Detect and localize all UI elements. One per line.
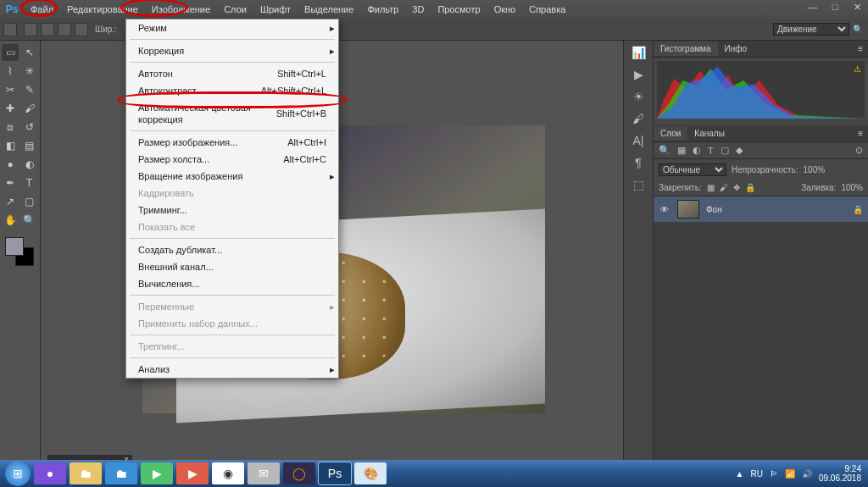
window-minimize-icon[interactable]: — (805, 2, 821, 14)
menu-item-внешний-канал-[interactable]: Внешний канал... (126, 258, 338, 275)
brush-tool[interactable]: 🖌 (21, 100, 38, 117)
opacity-value[interactable]: 100% (804, 165, 826, 174)
pen-tool[interactable]: ✒ (2, 174, 19, 191)
workspace-select[interactable]: Движение (773, 23, 849, 36)
crop-tool[interactable]: ✂ (2, 81, 19, 98)
tab-histogram[interactable]: Гистограмма (654, 42, 718, 56)
hand-tool[interactable]: ✋ (2, 212, 19, 229)
taskbar-app-2[interactable]: 🖿 (70, 462, 102, 484)
lasso-tool[interactable]: ⌇ (2, 63, 19, 80)
taskbar-app-1[interactable]: ● (34, 462, 66, 484)
marquee-add-icon[interactable] (41, 23, 54, 36)
shape-tool[interactable]: ▢ (21, 193, 38, 210)
menu-item-режим[interactable]: Режим▸ (126, 19, 338, 36)
menu-item-коррекция[interactable]: Коррекция▸ (126, 42, 338, 59)
menu-item-автоконтраст[interactable]: АвтоконтрастAlt+Shift+Ctrl+L (126, 82, 338, 99)
play-dock-icon[interactable]: ▶ (634, 68, 643, 81)
histogram-warning-icon[interactable]: ⚠ (854, 64, 861, 74)
window-maximize-icon[interactable]: □ (827, 2, 843, 14)
marquee-rect-icon[interactable] (24, 23, 37, 36)
filter-smart-icon[interactable]: ◆ (736, 145, 743, 156)
menu-view[interactable]: Просмотр (431, 2, 487, 17)
filter-adjust-icon[interactable]: ◐ (693, 145, 701, 156)
menu-item-вращение-изображения[interactable]: Вращение изображения▸ (126, 168, 338, 185)
histogram-dock-icon[interactable]: 📊 (632, 46, 646, 59)
lock-all-icon[interactable]: 🔒 (745, 183, 755, 192)
char-dock-icon[interactable]: A| (633, 134, 644, 147)
quickselect-tool[interactable]: ✳ (21, 63, 38, 80)
blend-mode-select[interactable]: Обычные (659, 163, 726, 176)
menu-3d[interactable]: 3D (405, 2, 431, 17)
healing-tool[interactable]: ✚ (2, 100, 19, 117)
menu-select[interactable]: Выделение (298, 2, 360, 17)
lock-pixels-icon[interactable]: ▦ (707, 183, 715, 192)
menu-filter[interactable]: Фильтр (360, 2, 405, 17)
filter-pixel-icon[interactable]: ▦ (677, 145, 686, 156)
filter-toggle[interactable]: ⊙ (855, 145, 863, 156)
menu-edit[interactable]: Редактирование (60, 2, 145, 17)
tray-expand-icon[interactable]: ▲ (736, 469, 744, 479)
marquee-sub-icon[interactable] (58, 23, 71, 36)
filter-type-icon[interactable]: T (708, 146, 714, 156)
tab-layers[interactable]: Слои (654, 126, 687, 141)
start-button[interactable]: ⊞ (5, 461, 31, 486)
fg-color-swatch[interactable] (5, 237, 24, 256)
marquee-tool[interactable]: ▭ (2, 44, 19, 61)
marquee-int-icon[interactable] (75, 23, 88, 36)
taskbar-firefox[interactable]: ◯ (283, 462, 315, 484)
filter-shape-icon[interactable]: ▢ (721, 145, 729, 156)
tray-volume-icon[interactable]: 🔊 (802, 469, 812, 479)
taskbar-chrome[interactable]: ◉ (212, 462, 244, 484)
layer-name[interactable]: Фон (706, 205, 722, 214)
lock-paint-icon[interactable]: 🖌 (720, 183, 728, 192)
para-dock-icon[interactable]: ¶ (635, 156, 642, 169)
menu-item-размер-изображения-[interactable]: Размер изображения...Alt+Ctrl+I (126, 134, 338, 151)
blur-tool[interactable]: ● (2, 156, 19, 173)
stamp-tool[interactable]: ⧈ (2, 119, 19, 136)
tray-clock[interactable]: 9:24 09.06.2018 (819, 464, 861, 483)
brush-dock-icon[interactable]: 🖌 (632, 112, 644, 125)
adjust-dock-icon[interactable]: ☀ (633, 90, 644, 103)
tool-preset-icon[interactable] (3, 23, 17, 36)
menu-item-тримминг-[interactable]: Тримминг... (126, 202, 338, 219)
lock-pos-icon[interactable]: ✥ (733, 183, 740, 192)
dodge-tool[interactable]: ◐ (21, 156, 38, 173)
menu-item-вычисления-[interactable]: Вычисления... (126, 275, 338, 292)
menu-item-размер-холста-[interactable]: Размер холста...Alt+Ctrl+C (126, 151, 338, 168)
tray-lang[interactable]: RU (750, 469, 762, 479)
tray-flag-icon[interactable]: 🏳 (770, 469, 778, 479)
fill-value[interactable]: 100% (841, 183, 863, 192)
tray-network-icon[interactable]: 📶 (785, 469, 795, 479)
eyedropper-tool[interactable]: ✎ (21, 81, 38, 98)
layer-row[interactable]: 👁 Фон 🔒 (654, 196, 868, 222)
zoom-tool[interactable]: 🔍 (21, 212, 38, 229)
path-tool[interactable]: ↗ (2, 193, 19, 210)
tab-info[interactable]: Инфо (718, 42, 754, 56)
menu-file[interactable]: Файл (24, 2, 60, 17)
menu-item-автотон[interactable]: АвтотонShift+Ctrl+L (126, 65, 338, 82)
tab-channels[interactable]: Каналы (687, 126, 732, 141)
layers-panel-menu-icon[interactable]: ≡ (851, 126, 868, 141)
move-tool[interactable]: ↖ (21, 44, 38, 61)
layer-thumb[interactable] (677, 200, 699, 219)
window-close-icon[interactable]: ✕ (849, 2, 865, 14)
menu-item-создать-дубликат-[interactable]: Создать дубликат... (126, 241, 338, 258)
menu-image[interactable]: Изображение (145, 2, 217, 17)
menu-item-автоматическая-цветовая-коррекция[interactable]: Автоматическая цветовая коррекцияShift+C… (126, 99, 338, 128)
taskbar-photoshop[interactable]: Ps (319, 462, 351, 484)
menu-type[interactable]: Шрифт (253, 2, 298, 17)
3d-dock-icon[interactable]: ⬚ (633, 178, 644, 191)
eraser-tool[interactable]: ◧ (2, 137, 19, 154)
history-brush-tool[interactable]: ↺ (21, 119, 38, 136)
menu-help[interactable]: Справка (522, 2, 572, 17)
menu-item-анализ[interactable]: Анализ▸ (126, 361, 338, 378)
taskbar-paint[interactable]: 🎨 (354, 462, 387, 484)
taskbar-app-4[interactable]: ▶ (141, 462, 173, 484)
color-swatches[interactable] (2, 235, 38, 273)
panel-menu-icon[interactable]: ≡ (851, 42, 868, 56)
gradient-tool[interactable]: ▤ (21, 137, 38, 154)
layer-filter-icon[interactable]: 🔍 (659, 145, 670, 156)
layer-visibility-icon[interactable]: 👁 (659, 205, 670, 214)
taskbar-app-7[interactable]: ✉ (248, 462, 280, 484)
taskbar-app-3[interactable]: 🖿 (105, 462, 137, 484)
